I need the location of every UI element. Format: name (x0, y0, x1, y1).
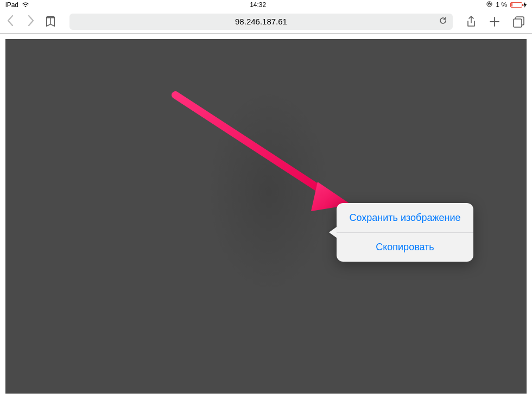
address-bar[interactable]: 98.246.187.61 (69, 14, 453, 30)
save-image-menu-item[interactable]: Сохранить изображение (337, 203, 473, 232)
copy-menu-item[interactable]: Скопировать (337, 232, 473, 262)
back-button[interactable] (7, 15, 14, 29)
address-text: 98.246.187.61 (235, 17, 287, 26)
svg-rect-2 (514, 19, 522, 27)
browser-toolbar: 98.246.187.61 (0, 10, 532, 34)
image-placeholder (206, 88, 331, 294)
page-content: Сохранить изображение Скопировать (0, 34, 532, 399)
nav-arrows (7, 15, 35, 29)
tabs-button[interactable] (512, 16, 525, 28)
device-label: iPad (5, 1, 18, 9)
forward-button[interactable] (27, 15, 35, 29)
wifi-icon (22, 1, 29, 9)
image-viewer-background[interactable]: Сохранить изображение Скопировать (5, 39, 527, 394)
bookmarks-button[interactable] (45, 16, 56, 28)
orientation-lock-icon (486, 1, 492, 9)
reload-button[interactable] (439, 16, 447, 27)
battery-percent: 1 % (496, 1, 507, 9)
share-button[interactable] (466, 15, 477, 28)
battery-icon (510, 2, 527, 8)
context-menu-popover: Сохранить изображение Скопировать (337, 203, 473, 262)
charging-icon (523, 2, 527, 8)
toolbar-right-actions (466, 15, 525, 28)
status-time: 14:32 (250, 1, 266, 9)
status-right: 1 % (486, 1, 527, 9)
status-bar: iPad 14:32 1 % (0, 0, 532, 10)
new-tab-button[interactable] (489, 16, 501, 28)
status-left: iPad (5, 1, 29, 9)
